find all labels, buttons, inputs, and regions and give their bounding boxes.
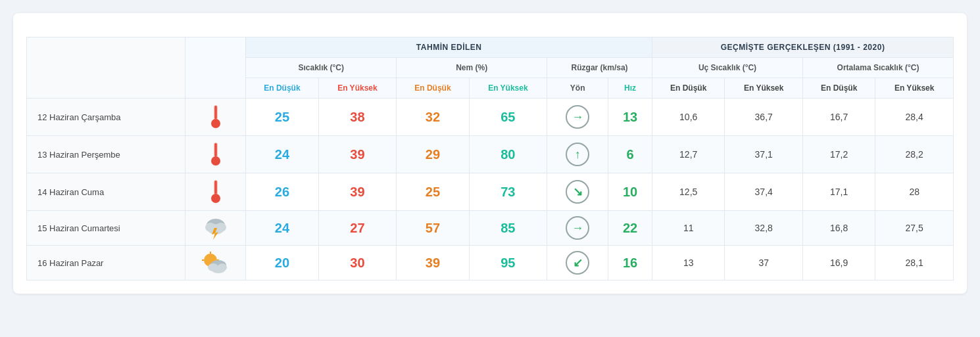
sicaklik-min-header: En Düşük [246, 78, 318, 99]
nem-min-cell: 29 [397, 136, 469, 173]
hadise-cell [185, 136, 246, 173]
uc-min-cell: 10,6 [652, 99, 725, 136]
sicaklik-min-cell: 26 [246, 173, 318, 211]
svg-rect-11 [214, 181, 216, 194]
sicaklik-max-cell: 27 [318, 211, 397, 246]
uc-max-header: En Yüksek [725, 78, 803, 99]
wind-arrow-icon: ↘ [566, 180, 589, 204]
ort-max-cell: 28 [875, 173, 954, 211]
yon-cell: → [547, 99, 608, 136]
sicaklik-max-header: En Yüksek [318, 78, 397, 99]
uc-min-cell: 11 [652, 211, 725, 246]
ort-max-cell: 27,5 [875, 211, 954, 246]
yon-cell: ↑ [547, 136, 608, 173]
nem-max-cell: 73 [469, 173, 547, 211]
uc-min-cell: 13 [652, 246, 725, 281]
ort-min-cell: 17,1 [803, 173, 875, 211]
nem-min-cell: 39 [397, 246, 469, 281]
hadise-header [185, 37, 246, 99]
ort-min-cell: 17,2 [803, 136, 875, 173]
svg-rect-7 [214, 143, 216, 156]
ort-max-header: En Yüksek [875, 78, 954, 99]
tarih-cell: 12 Haziran Çarşamba [27, 99, 185, 136]
ort-max-cell: 28,4 [875, 99, 954, 136]
weather-icon [189, 216, 241, 240]
wind-arrow-icon: → [566, 216, 589, 240]
tarih-cell: 14 Haziran Cuma [27, 173, 185, 211]
hiz-cell: 22 [608, 211, 652, 246]
ort-min-cell: 16,9 [803, 246, 875, 281]
uc-max-cell: 32,8 [725, 211, 803, 246]
forecast-table: TAHMİN EDİLEN GEÇMİŞTE GERÇEKLEŞEN (1991… [26, 37, 954, 281]
svg-rect-3 [214, 106, 216, 119]
hadise-cell [185, 99, 246, 136]
tarih-cell: 15 Haziran Cumartesi [27, 211, 185, 246]
hiz-cell: 16 [608, 246, 652, 281]
ort-min-header: En Düşük [803, 78, 875, 99]
gecmis-group-header: GEÇMİŞTE GERÇEKLEŞEN (1991 - 2020) [652, 37, 954, 58]
weather-icon [189, 104, 241, 130]
uc-max-cell: 37 [725, 246, 803, 281]
uc-max-cell: 36,7 [725, 99, 803, 136]
table-row: 14 Haziran Cuma 26 39 25 73 ↘ 10 12,5 37… [27, 173, 954, 211]
table-row: 15 Haziran Cumartesi 24 27 57 85 → 22 11… [27, 211, 954, 246]
uc-min-cell: 12,7 [652, 136, 725, 173]
uc-sicaklik-subheader: Uç Sıcaklık (°C) [652, 58, 803, 78]
hiz-cell: 13 [608, 99, 652, 136]
sicaklik-subheader: Sıcaklık (°C) [246, 58, 397, 78]
nem-max-header: En Yüksek [469, 78, 547, 99]
nem-min-header: En Düşük [397, 78, 469, 99]
table-row: 16 Haziran Pazar 20 30 39 95 ↙ 16 13 37 … [27, 246, 954, 281]
table-row: 12 Haziran Çarşamba 25 38 32 65 → 13 10,… [27, 99, 954, 136]
wind-arrow-icon: ↑ [566, 143, 589, 166]
hiz-cell: 6 [608, 136, 652, 173]
hadise-cell [185, 173, 246, 211]
ort-min-cell: 16,7 [803, 99, 875, 136]
tahmin-group-header: TAHMİN EDİLEN [246, 37, 652, 58]
sicaklik-min-cell: 24 [246, 136, 318, 173]
hiz-cell: 10 [608, 173, 652, 211]
uc-min-header: En Düşük [652, 78, 725, 99]
sicaklik-max-cell: 38 [318, 99, 397, 136]
nem-max-cell: 95 [469, 246, 547, 281]
wind-arrow-icon: → [566, 105, 589, 129]
table-row: 13 Haziran Perşembe 24 39 29 80 ↑ 6 12,7… [27, 136, 954, 173]
hadise-cell [185, 211, 246, 246]
uc-min-cell: 12,5 [652, 173, 725, 211]
svg-point-10 [211, 194, 220, 203]
tarih-cell: 16 Haziran Pazar [27, 246, 185, 281]
svg-point-2 [211, 119, 220, 128]
nem-min-cell: 25 [397, 173, 469, 211]
yon-cell: ↙ [547, 246, 608, 281]
sicaklik-min-cell: 20 [246, 246, 318, 281]
yon-cell: ↘ [547, 173, 608, 211]
sicaklik-max-cell: 30 [318, 246, 397, 281]
weather-icon [189, 179, 241, 205]
weather-icon [189, 141, 241, 168]
ruzgar-subheader: Rüzgar (km/sa) [547, 58, 652, 78]
tarih-header [27, 37, 185, 99]
svg-point-6 [211, 156, 220, 166]
yon-header: Yön [547, 78, 608, 99]
nem-max-cell: 65 [469, 99, 547, 136]
yon-cell: → [547, 211, 608, 246]
weather-icon [189, 251, 241, 275]
sicaklik-min-cell: 24 [246, 211, 318, 246]
nem-subheader: Nem (%) [397, 58, 547, 78]
main-container: TAHMİN EDİLEN GEÇMİŞTE GERÇEKLEŞEN (1991… [13, 13, 967, 294]
sicaklik-max-cell: 39 [318, 173, 397, 211]
nem-max-cell: 85 [469, 211, 547, 246]
nem-min-cell: 57 [397, 211, 469, 246]
uc-max-cell: 37,4 [725, 173, 803, 211]
hiz-header: Hız [608, 78, 652, 99]
sicaklik-min-cell: 25 [246, 99, 318, 136]
uc-max-cell: 37,1 [725, 136, 803, 173]
ort-min-cell: 16,8 [803, 211, 875, 246]
nem-max-cell: 80 [469, 136, 547, 173]
sicaklik-max-cell: 39 [318, 136, 397, 173]
tarih-cell: 13 Haziran Perşembe [27, 136, 185, 173]
nem-min-cell: 32 [397, 99, 469, 136]
ort-max-cell: 28,2 [875, 136, 954, 173]
ort-max-cell: 28,1 [875, 246, 954, 281]
hadise-cell [185, 246, 246, 281]
